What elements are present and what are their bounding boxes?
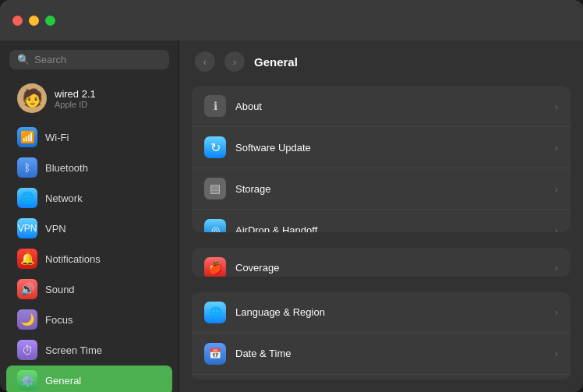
- user-name: wired 2.1: [55, 88, 96, 100]
- settings-group-1: ℹ About › ↻ Software Update › ▤ Storage …: [192, 86, 571, 232]
- about-chevron: ›: [555, 101, 558, 112]
- coverage-label: Coverage: [235, 262, 546, 274]
- close-button[interactable]: [12, 16, 23, 26]
- settings-row-airdrop[interactable]: ◎ AirDrop & Handoff ›: [192, 210, 571, 232]
- software-update-icon: ↻: [204, 136, 226, 158]
- settings-group-3: 🌐 Language & Region › 📅 Date & Time › 🖥 …: [192, 292, 571, 380]
- vpn-icon: VPN: [17, 218, 37, 238]
- settings-group-2: 🍎 Coverage ›: [192, 248, 571, 277]
- sidebar-label-notifications: Notifications: [45, 253, 101, 265]
- sidebar: 🔍 Search 🧑 wired 2.1 Apple ID 📶 Wi-Fi ᛒ: [0, 41, 179, 392]
- system-preferences-window: 🔍 Search 🧑 wired 2.1 Apple ID 📶 Wi-Fi ᛒ: [0, 0, 583, 392]
- storage-label: Storage: [235, 183, 546, 195]
- settings-row-about[interactable]: ℹ About ›: [192, 86, 571, 127]
- sidebar-label-vpn: VPN: [45, 223, 66, 235]
- airdrop-label: AirDrop & Handoff: [235, 224, 546, 232]
- language-region-label: Language & Region: [235, 306, 546, 318]
- back-button[interactable]: ‹: [195, 51, 215, 72]
- user-info: wired 2.1 Apple ID: [55, 88, 96, 109]
- avatar: 🧑: [17, 83, 47, 113]
- sidebar-item-bluetooth[interactable]: ᛒ Bluetooth: [6, 153, 172, 182]
- content-title: General: [254, 55, 298, 69]
- sidebar-item-network[interactable]: 🌐 Network: [6, 183, 172, 213]
- network-icon: 🌐: [17, 188, 37, 208]
- sound-icon: 🔊: [17, 279, 37, 299]
- language-region-chevron: ›: [555, 306, 558, 318]
- sidebar-label-screen-time: Screen Time: [45, 344, 102, 356]
- content-header: ‹ › General: [179, 41, 583, 83]
- general-icon: ⚙️: [17, 370, 37, 390]
- airdrop-chevron: ›: [555, 224, 558, 232]
- software-update-label: Software Update: [235, 142, 546, 154]
- settings-row-date-time[interactable]: 📅 Date & Time ›: [192, 334, 571, 375]
- sidebar-label-wifi: Wi-Fi: [45, 132, 69, 143]
- maximize-button[interactable]: [45, 16, 55, 26]
- forward-button[interactable]: ›: [224, 51, 245, 72]
- settings-row-sharing[interactable]: 🖥 Sharing ›: [192, 375, 571, 380]
- screen-time-icon: ⏱: [17, 340, 37, 360]
- date-time-chevron: ›: [555, 348, 558, 359]
- search-placeholder: Search: [34, 54, 66, 65]
- search-icon: 🔍: [17, 54, 30, 65]
- traffic-lights: [12, 16, 55, 26]
- notifications-icon: 🔔: [17, 249, 37, 269]
- settings-row-coverage[interactable]: 🍎 Coverage ›: [192, 248, 571, 277]
- sidebar-label-network: Network: [45, 192, 83, 204]
- sidebar-item-vpn[interactable]: VPN VPN: [6, 214, 172, 243]
- software-update-chevron: ›: [555, 142, 558, 154]
- date-time-label: Date & Time: [235, 348, 546, 359]
- storage-chevron: ›: [555, 183, 558, 195]
- titlebar: [0, 0, 583, 41]
- sidebar-item-screen-time[interactable]: ⏱ Screen Time: [6, 335, 172, 365]
- search-bar[interactable]: 🔍 Search: [9, 50, 169, 69]
- bluetooth-icon: ᛒ: [17, 157, 37, 178]
- focus-icon: 🌙: [17, 309, 37, 330]
- sidebar-item-wifi[interactable]: 📶 Wi-Fi: [6, 122, 172, 152]
- main-layout: 🔍 Search 🧑 wired 2.1 Apple ID 📶 Wi-Fi ᛒ: [0, 41, 583, 392]
- sidebar-label-sound: Sound: [45, 284, 75, 295]
- sidebar-label-bluetooth: Bluetooth: [45, 162, 88, 174]
- sidebar-section: 📶 Wi-Fi ᛒ Bluetooth 🌐 Network VPN VPN 🔔: [0, 122, 178, 392]
- sidebar-label-general: General: [45, 375, 81, 387]
- airdrop-icon: ◎: [204, 219, 226, 232]
- content-panel: ‹ › General ℹ About › ↻ Software Update …: [179, 41, 583, 392]
- wifi-icon: 📶: [17, 127, 37, 147]
- sidebar-item-focus[interactable]: 🌙 Focus: [6, 305, 172, 334]
- about-label: About: [235, 101, 546, 112]
- settings-row-software-update[interactable]: ↻ Software Update ›: [192, 127, 571, 168]
- storage-icon: ▤: [204, 178, 226, 200]
- coverage-icon: 🍎: [204, 257, 226, 277]
- about-icon: ℹ: [204, 95, 226, 117]
- minimize-button[interactable]: [29, 16, 39, 26]
- settings-row-storage[interactable]: ▤ Storage ›: [192, 168, 571, 210]
- language-region-icon: 🌐: [204, 302, 226, 323]
- sidebar-item-sound[interactable]: 🔊 Sound: [6, 274, 172, 304]
- date-time-icon: 📅: [204, 343, 226, 365]
- coverage-chevron: ›: [555, 262, 558, 274]
- user-profile[interactable]: 🧑 wired 2.1 Apple ID: [6, 77, 172, 119]
- user-subtitle: Apple ID: [55, 100, 96, 109]
- settings-row-language-region[interactable]: 🌐 Language & Region ›: [192, 292, 571, 334]
- sidebar-label-focus: Focus: [45, 314, 72, 326]
- sidebar-item-notifications[interactable]: 🔔 Notifications: [6, 244, 172, 274]
- sidebar-item-general[interactable]: ⚙️ General: [6, 366, 172, 392]
